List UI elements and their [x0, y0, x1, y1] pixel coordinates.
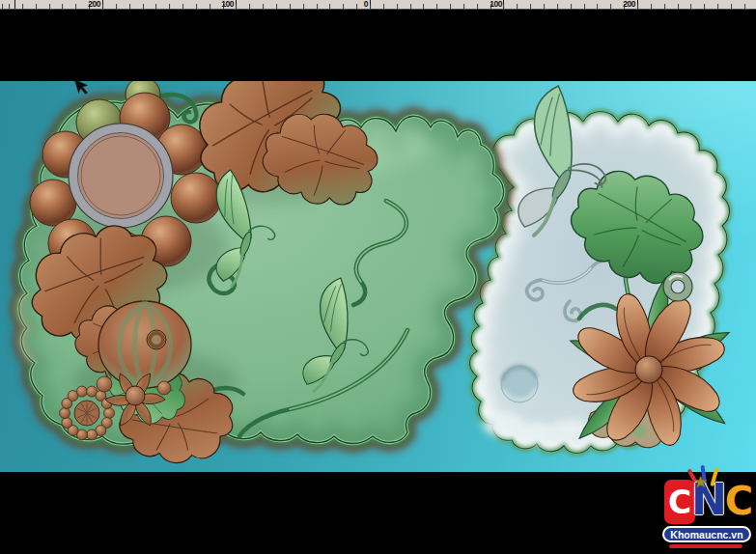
logo-site-ribbon: Khomaucnc.vn [662, 526, 751, 542]
logo-letter-c2: C [725, 482, 753, 520]
design-canvas[interactable] [0, 81, 756, 472]
logo-letters: C N C [664, 480, 753, 524]
recessed-circle[interactable] [501, 366, 538, 402]
horizontal-ruler[interactable]: 200 100 0 100 200 [0, 0, 756, 10]
logo-site-text: Khomaucnc.vn [670, 529, 742, 540]
cursor-arrow [74, 81, 88, 95]
daisy-flower[interactable] [60, 386, 115, 440]
ring-recess[interactable] [69, 124, 173, 228]
ruler-label: 200 [88, 0, 102, 9]
pumpkin-fruit[interactable] [98, 301, 191, 388]
ruler-label: 100 [490, 0, 504, 9]
ruler-label: 200 [623, 0, 637, 9]
logo-underline [669, 544, 742, 548]
ruler-label: 100 [221, 0, 236, 9]
khomaucnc-logo: ★ C N C Khomaucnc.vn [662, 467, 753, 552]
logo-star-icon: ★ [693, 472, 708, 492]
application-window: 200 100 0 100 200 [0, 0, 756, 554]
ruler-label: 0 [364, 0, 370, 9]
